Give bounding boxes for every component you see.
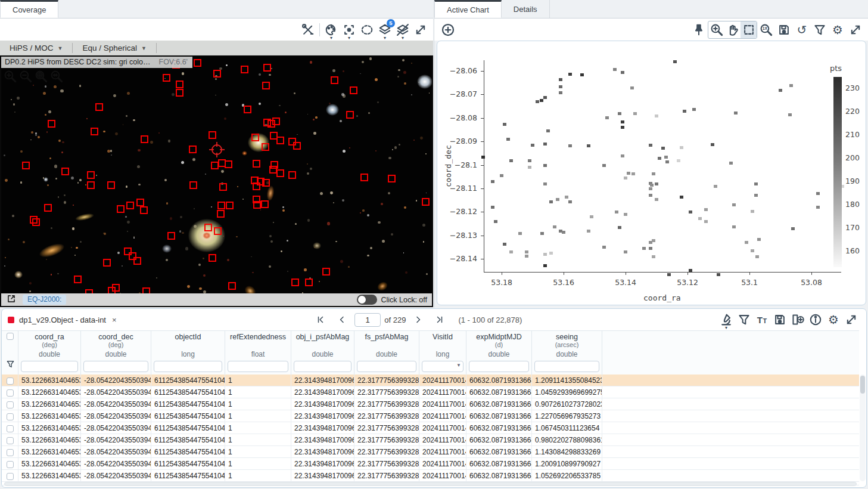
column-filter-input-fs_psfAbMag[interactable] — [357, 361, 416, 372]
recenter-icon[interactable]: ▾ — [340, 21, 358, 38]
catalog-marker[interactable] — [209, 254, 216, 262]
layers-icon[interactable]: 5▾ — [376, 21, 394, 38]
catalog-marker[interactable] — [85, 289, 93, 293]
filter-icon[interactable] — [811, 21, 829, 38]
catalog-marker[interactable] — [140, 206, 148, 214]
zoom-1x-icon[interactable]: 1X — [757, 21, 775, 38]
add-chart-icon[interactable] — [439, 21, 457, 38]
catalog-marker[interactable] — [262, 143, 269, 151]
catalog-marker[interactable] — [262, 82, 270, 89]
table-row[interactable]: 53.12266314046538-28.0542204355039476112… — [2, 422, 859, 434]
catalog-marker[interactable] — [331, 76, 338, 84]
catalog-marker[interactable] — [322, 268, 330, 276]
layers-off-icon[interactable]: ▾ — [394, 21, 412, 38]
row-checkbox[interactable] — [7, 389, 14, 397]
hips-moc-dropdown[interactable]: HiPS / MOC ▼ — [0, 41, 72, 55]
row-checkbox[interactable] — [7, 473, 14, 480]
catalog-marker[interactable] — [225, 160, 232, 168]
select-all-checkbox[interactable] — [7, 333, 14, 340]
column-header-obj_i_psfAbMag[interactable]: obj_i_psfAbMag double — [291, 331, 354, 375]
table-row[interactable]: 53.12266314046538-28.0542204355039476112… — [2, 386, 859, 398]
catalog-marker[interactable] — [44, 204, 52, 212]
catalog-marker[interactable] — [214, 227, 222, 235]
info-icon[interactable] — [807, 311, 825, 328]
catalog-marker[interactable] — [189, 181, 197, 189]
zoom-out-button[interactable] — [18, 69, 33, 84]
save-icon[interactable] — [771, 311, 789, 328]
column-filter-input-refExtendedness[interactable] — [228, 361, 288, 372]
catalog-marker[interactable] — [272, 117, 280, 125]
projection-dropdown[interactable]: Equ / Spherical ▼ — [73, 41, 155, 55]
horizontal-scrollbar[interactable] — [4, 482, 857, 486]
save-icon[interactable] — [775, 21, 793, 38]
palette-icon[interactable]: ▾ — [322, 21, 340, 38]
row-checkbox[interactable] — [7, 425, 14, 432]
catalog-marker[interactable] — [253, 160, 260, 168]
close-icon[interactable]: × — [112, 315, 117, 324]
catalog-marker[interactable] — [217, 210, 225, 218]
catalog-marker[interactable] — [276, 169, 284, 177]
prev-page-button[interactable] — [333, 311, 351, 328]
settings-icon[interactable]: ⚙ — [829, 21, 847, 38]
catalog-marker[interactable] — [350, 86, 357, 94]
column-header-VisitId[interactable]: VisitId long ▼ — [419, 331, 466, 375]
catalog-marker[interactable] — [163, 74, 170, 82]
datalink-icon[interactable]: ▾ — [717, 311, 735, 328]
zoom-mag-icon[interactable] — [708, 21, 724, 38]
vertical-scrollbar[interactable] — [860, 375, 866, 481]
catalog-marker[interactable] — [133, 257, 141, 265]
zoom-fill-button[interactable] — [49, 69, 64, 84]
catalog-marker[interactable] — [217, 202, 225, 209]
catalog-marker[interactable] — [209, 131, 216, 139]
table-row[interactable]: 53.12266314046538-28.0542204355039476112… — [2, 446, 859, 458]
catalog-marker[interactable] — [291, 278, 299, 286]
catalog-marker[interactable] — [189, 146, 197, 153]
column-filter-input-coord_dec[interactable] — [83, 361, 148, 372]
column-header-seeing[interactable]: seeing (arcsec) double — [532, 331, 602, 375]
sky-image[interactable] — [1, 56, 432, 293]
catalog-marker[interactable] — [176, 89, 183, 97]
catalog-marker[interactable] — [126, 202, 134, 209]
catalog-marker[interactable] — [48, 120, 55, 128]
catalog-marker[interactable] — [194, 59, 201, 67]
catalog-marker[interactable] — [226, 202, 234, 209]
catalog-marker[interactable] — [22, 162, 30, 169]
catalog-marker[interactable] — [263, 64, 271, 72]
text-view-icon[interactable]: TT — [753, 311, 771, 328]
first-page-button[interactable] — [312, 311, 329, 328]
row-checkbox[interactable] — [7, 377, 14, 385]
ellipse-select-icon[interactable] — [358, 21, 376, 38]
column-filter-input-objectId[interactable] — [154, 361, 222, 372]
catalog-marker[interactable] — [141, 135, 148, 143]
catalog-marker[interactable] — [117, 205, 125, 213]
next-page-button[interactable] — [409, 311, 427, 328]
catalog-marker[interactable] — [261, 200, 269, 208]
expand-icon[interactable] — [842, 311, 860, 328]
column-header-refExtendedness[interactable]: refExtendedness float — [225, 331, 291, 375]
catalog-marker[interactable] — [211, 162, 219, 169]
column-header-expMidptMJD[interactable]: expMidptMJD (d) double — [466, 331, 532, 375]
catalog-marker[interactable] — [253, 201, 261, 209]
table-row[interactable]: 53.12266314046538-28.0542204355039476112… — [2, 458, 859, 470]
catalog-marker[interactable] — [95, 103, 103, 111]
heatmap-chart[interactable]: −28.06−28.07−28.08−28.09−28.1−28.11−28.1… — [437, 41, 866, 305]
expand-icon[interactable] — [412, 21, 430, 38]
table-row[interactable]: 53.12266314046538-28.0542204355039476112… — [2, 398, 859, 410]
catalog-marker[interactable] — [388, 175, 396, 182]
column-header-objectId[interactable]: objectId long — [151, 331, 225, 375]
expand-icon[interactable] — [847, 21, 864, 38]
catalog-marker[interactable] — [213, 70, 221, 78]
select-rect-icon[interactable] — [741, 21, 757, 38]
filter-icon[interactable] — [735, 311, 753, 328]
settings-icon[interactable]: ⚙ — [825, 311, 842, 328]
catalog-marker[interactable] — [251, 134, 259, 141]
catalog-marker[interactable] — [32, 218, 40, 226]
restore-icon[interactable]: ↺ — [793, 21, 811, 38]
row-checkbox[interactable] — [7, 449, 14, 456]
catalog-marker[interactable] — [346, 111, 354, 119]
catalog-marker[interactable] — [288, 171, 296, 179]
catalog-marker[interactable] — [112, 284, 120, 292]
column-filter-input-obj_i_psfAbMag[interactable] — [294, 361, 351, 372]
open-in-icon[interactable] — [6, 293, 17, 306]
tab-coverage[interactable]: Coverage — [0, 0, 58, 18]
